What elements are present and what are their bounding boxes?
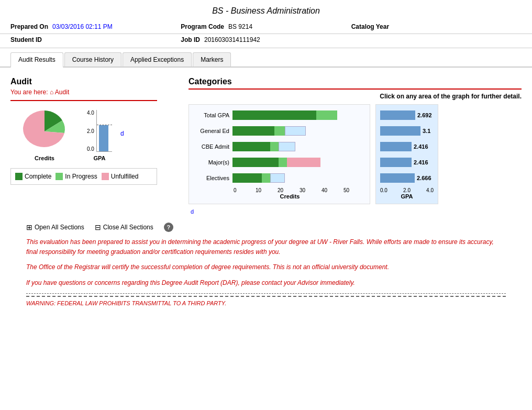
bar-chart[interactable]: Total GPA General Ed <box>189 104 370 204</box>
bar-unfulfilled-electives <box>270 173 285 183</box>
categories-title: Categories <box>189 77 522 86</box>
x-tick-10: 10 <box>256 187 278 193</box>
bar-label-cbe-admit: CBE Admit <box>193 143 232 150</box>
gpa-val-total: 2.692 <box>417 112 436 118</box>
bar-label-electives: Electives <box>193 175 232 181</box>
gpa-axis: 0.0 2.0 4.0 <box>380 187 434 193</box>
d-anchor[interactable]: d <box>191 208 194 215</box>
warning-line: WARNING: FEDERAL LAW PROHIBITS TRANSMITT… <box>26 293 506 308</box>
student-id-section: Student ID <box>10 36 181 43</box>
tab-course-history[interactable]: Course History <box>64 52 121 67</box>
x-tick-0: 0 <box>234 187 256 193</box>
gpa-val-gened: 3.1 <box>423 128 441 134</box>
x-tick-20: 20 <box>278 187 300 193</box>
bar-complete-majors <box>232 158 279 167</box>
audit-section: Audit You are here: ⌂ Audit <box>10 77 522 215</box>
bar-row-cbe-admit[interactable]: CBE Admit <box>193 140 365 153</box>
legend: Complete In Progress Unfulfilled <box>10 168 157 185</box>
bar-inprog-total <box>316 110 337 120</box>
audit-separator <box>10 100 157 101</box>
legend-inprog-label: In Progress <box>65 173 97 180</box>
credits-label: Credits <box>35 155 54 161</box>
bar-complete-gened <box>232 126 274 136</box>
gpa-right-chart[interactable]: 2.692 3.1 2.416 <box>375 104 438 204</box>
right-panel: Categories Click on any area of the grap… <box>189 77 522 215</box>
legend-complete-label: Complete <box>25 173 51 180</box>
breadcrumb: You are here: ⌂ Audit <box>10 88 178 96</box>
gpa-right-row-gened[interactable]: 3.1 <box>380 125 434 137</box>
bar-row-electives[interactable]: Electives <box>193 172 365 184</box>
filler-section <box>351 36 522 43</box>
gpa-right-row-total[interactable]: 2.692 <box>380 109 434 121</box>
gpa-axis-4: 4.0 <box>87 110 94 116</box>
legend-unfulfilled-color <box>102 173 109 180</box>
prepared-on-value: 03/03/2016 02:11 PM <box>52 23 113 30</box>
legend-unfulfilled: Unfulfilled <box>102 173 139 180</box>
bar-row-majors[interactable]: Major(s) <box>193 156 365 169</box>
catalog-year-label: Catalog Year <box>351 23 389 30</box>
tab-audit-results[interactable]: Audit Results <box>10 52 63 68</box>
legend-unfulfilled-label: Unfulfilled <box>111 173 139 180</box>
gpa-axis-2: 2.0 <box>403 187 411 193</box>
audit-title: Audit <box>10 77 178 86</box>
bar-complete-electives <box>232 173 262 183</box>
charts-container: Credits 4.0 2.0 0.0 <box>10 105 178 162</box>
close-all-icon: ⊟ <box>95 223 101 231</box>
gpa-val-majors: 2.416 <box>414 159 432 165</box>
gpa-bar-gened <box>380 126 420 136</box>
left-panel: Audit You are here: ⌂ Audit <box>10 77 178 215</box>
disclaimer-para1: This evaluation has been prepared to ass… <box>26 237 506 257</box>
bar-inprog-majors <box>279 158 287 167</box>
close-all-label: Close All Sections <box>103 224 153 231</box>
charts-row: Total GPA General Ed <box>189 104 522 204</box>
info-bar-row2: Student ID Job ID 2016030314111942 <box>0 34 532 48</box>
warning-text: WARNING: FEDERAL LAW PROHIBITS TRANSMITT… <box>26 300 226 306</box>
actions-row: ⊞ Open All Sections ⊟ Close All Sections… <box>26 223 522 232</box>
page-title: BS - Business Administration <box>0 0 532 20</box>
gpa-right-row-cbe[interactable]: 2.416 <box>380 140 434 153</box>
bar-unfulfilled-cbe <box>279 142 295 151</box>
x-axis: 0 10 20 30 40 50 <box>193 187 365 193</box>
gpa-bar-total <box>380 110 415 120</box>
program-code-value: BS 9214 <box>228 23 252 30</box>
disclaimer-para2: The Office of the Registrar will certify… <box>26 262 506 272</box>
d-link-right[interactable]: d <box>191 207 522 215</box>
d-link-left[interactable]: d <box>120 130 124 137</box>
gpa-val-electives: 2.666 <box>417 175 435 181</box>
x-tick-30: 30 <box>300 187 322 193</box>
bar-label-general-ed: General Ed <box>193 128 232 134</box>
prepared-on-label: Prepared On <box>10 23 48 30</box>
program-code-label: Program Code <box>181 23 224 30</box>
bar-label-majors: Major(s) <box>193 159 232 165</box>
gpa-axis-2: 2.0 <box>87 128 94 134</box>
bar-row-general-ed[interactable]: General Ed <box>193 125 365 137</box>
main-content: Audit You are here: ⌂ Audit <box>0 68 532 318</box>
categories-separator <box>189 88 522 90</box>
bar-complete-cbe <box>232 142 270 151</box>
x-tick-50: 50 <box>343 187 365 193</box>
open-all-label: Open All Sections <box>35 224 84 231</box>
bar-unfulfilled-gened <box>285 126 306 136</box>
job-id-section: Job ID 2016030314111942 <box>181 36 351 43</box>
tab-markers[interactable]: Markers <box>193 52 231 67</box>
gpa-right-row-majors[interactable]: 2.416 <box>380 156 434 169</box>
gpa-right-row-electives[interactable]: 2.666 <box>380 172 434 184</box>
help-icon[interactable]: ? <box>164 223 173 232</box>
student-id-label: Student ID <box>10 36 42 43</box>
tab-applied-exceptions[interactable]: Applied Exceptions <box>123 52 192 67</box>
pie-chart[interactable]: Credits <box>10 105 79 162</box>
gpa-dashed-line <box>97 125 112 125</box>
legend-complete-color <box>15 173 23 180</box>
close-all-button[interactable]: ⊟ Close All Sections <box>95 223 153 231</box>
gpa-mini-chart[interactable]: 4.0 2.0 0.0 GPA <box>87 110 112 162</box>
bar-row-total-gpa[interactable]: Total GPA <box>193 109 365 121</box>
bar-complete-total <box>232 110 316 120</box>
gpa-axis-title: GPA <box>380 193 434 200</box>
bar-unfulfilled-majors <box>287 158 320 167</box>
bar-inprog-electives <box>262 173 270 183</box>
open-all-icon: ⊞ <box>26 223 32 231</box>
open-all-button[interactable]: ⊞ Open All Sections <box>26 223 84 231</box>
gpa-label: GPA <box>93 155 105 161</box>
tabs-container: Audit Results Course History Applied Exc… <box>0 48 532 68</box>
disclaimer: This evaluation has been prepared to ass… <box>26 237 506 308</box>
